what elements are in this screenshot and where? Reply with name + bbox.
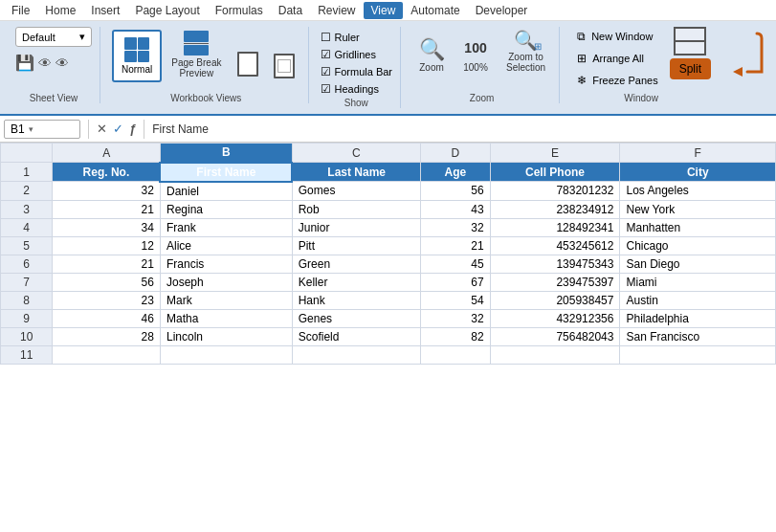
cell-f1[interactable]: City [620,163,776,182]
cell-d1[interactable]: Age [421,163,490,182]
zoom-to-selection-button[interactable]: 🔍 ⊞ Zoom toSelection [500,27,551,77]
cell-d3[interactable]: 43 [421,200,490,218]
cell-b6[interactable]: Francis [160,255,292,273]
cell-a6[interactable]: 21 [53,255,161,273]
cell-d9[interactable]: 32 [421,309,490,327]
cell-e10[interactable]: 756482043 [490,327,620,345]
menu-data[interactable]: Data [271,2,310,19]
ruler-checkbox[interactable]: ☐ [321,31,331,44]
cell-c10[interactable]: Scofield [292,327,420,345]
cell-c8[interactable]: Hank [292,291,420,309]
cell-d11[interactable] [421,345,490,364]
menu-insert[interactable]: Insert [83,2,127,19]
split-button[interactable]: Split [670,58,711,79]
cell-b8[interactable]: Mark [160,291,292,309]
menu-page-layout[interactable]: Page Layout [127,2,207,19]
cell-e6[interactable]: 139475343 [490,255,620,273]
cell-f4[interactable]: Manhatten [620,218,776,236]
cell-e1[interactable]: Cell Phone [490,163,620,182]
cell-e4[interactable]: 128492341 [490,218,620,236]
cell-d5[interactable]: 21 [421,236,490,255]
cell-b7[interactable]: Joseph [160,273,292,291]
cell-c3[interactable]: Rob [292,200,420,218]
confirm-icon[interactable]: ✓ [113,122,123,136]
menu-review[interactable]: Review [310,2,363,19]
formula-bar-checkbox[interactable]: ☑ [321,65,331,78]
cell-a9[interactable]: 46 [53,309,161,327]
menu-home[interactable]: Home [37,2,83,19]
cell-e9[interactable]: 432912356 [490,309,620,327]
cell-b2[interactable]: Daniel [160,182,292,201]
col-header-b[interactable]: B [160,144,292,163]
cell-a11[interactable] [53,345,161,364]
cell-c6[interactable]: Green [292,255,420,273]
cell-e8[interactable]: 205938457 [490,291,620,309]
cell-f5[interactable]: Chicago [620,236,776,255]
cell-d4[interactable]: 32 [421,218,490,236]
cell-b4[interactable]: Frank [160,218,292,236]
name-box-dropdown[interactable]: ▾ [29,124,33,134]
menu-file[interactable]: File [4,2,37,19]
cell-c4[interactable]: Junior [292,218,420,236]
cell-a7[interactable]: 56 [53,273,161,291]
cell-e7[interactable]: 239475397 [490,273,620,291]
menu-view[interactable]: View [364,2,404,19]
page-break-preview-button[interactable]: Page BreakPreview [166,27,227,82]
cell-b5[interactable]: Alice [160,236,292,255]
cell-e3[interactable]: 238234912 [490,200,620,218]
cell-b3[interactable]: Regina [160,200,292,218]
cell-a10[interactable]: 28 [53,327,161,345]
menu-automate[interactable]: Automate [403,2,467,19]
function-icon[interactable]: ƒ [129,122,136,136]
cell-f11[interactable] [620,345,776,364]
menu-developer[interactable]: Developer [468,2,536,19]
cell-d10[interactable]: 82 [421,327,490,345]
cell-d7[interactable]: 67 [421,273,490,291]
custom-views-button[interactable] [268,50,300,82]
page-layout-view-button[interactable] [232,48,264,82]
sheet-view-dropdown[interactable]: Default ▾ [15,27,92,47]
col-header-c[interactable]: C [292,144,420,163]
cell-f7[interactable]: Miami [620,273,776,291]
cell-c2[interactable]: Gomes [292,182,420,201]
cell-d8[interactable]: 54 [421,291,490,309]
cell-a5[interactable]: 12 [53,236,161,255]
cell-f10[interactable]: San Francisco [620,327,776,345]
gridlines-checkbox[interactable]: ☑ [321,48,331,61]
normal-view-button[interactable]: Normal [112,30,162,82]
cell-a3[interactable]: 21 [53,200,161,218]
cell-b9[interactable]: Matha [160,309,292,327]
cell-b10[interactable]: Lincoln [160,327,292,345]
cell-c9[interactable]: Genes [292,309,420,327]
cell-f8[interactable]: Austin [620,291,776,309]
cell-c11[interactable] [292,345,420,364]
arrange-all-button[interactable]: ⊞ Arrange All [571,49,663,68]
cell-b1[interactable]: First Name [160,163,292,182]
headings-checkbox[interactable]: ☑ [321,82,331,96]
cell-c1[interactable]: Last Name [292,163,420,182]
cell-f2[interactable]: Los Angeles [620,182,776,201]
cell-d6[interactable]: 45 [421,255,490,273]
cell-e5[interactable]: 453245612 [490,236,620,255]
zoom-button[interactable]: 🔍 Zoom [412,35,451,77]
freeze-panes-button[interactable]: ❄ Freeze Panes [571,71,663,90]
cancel-icon[interactable]: ✕ [97,122,107,136]
cell-e2[interactable]: 783201232 [490,182,620,201]
cell-f6[interactable]: San Diego [620,255,776,273]
col-header-e[interactable]: E [490,144,620,163]
cell-a8[interactable]: 23 [53,291,161,309]
menu-formulas[interactable]: Formulas [208,2,271,19]
cell-d2[interactable]: 56 [421,182,490,201]
col-header-f[interactable]: F [620,144,776,163]
cell-a4[interactable]: 34 [53,218,161,236]
cell-a1[interactable]: Reg. No. [53,163,161,182]
cell-a2[interactable]: 32 [53,182,161,201]
col-header-a[interactable]: A [53,144,161,163]
cell-f9[interactable]: Philadelphia [620,309,776,327]
cell-c7[interactable]: Keller [292,273,420,291]
cell-b11[interactable] [160,345,292,364]
zoom-100-button[interactable]: 100 100% [456,33,495,77]
new-window-button[interactable]: ⧉ New Window [571,27,663,46]
col-header-d[interactable]: D [421,144,490,163]
cell-e11[interactable] [490,345,620,364]
